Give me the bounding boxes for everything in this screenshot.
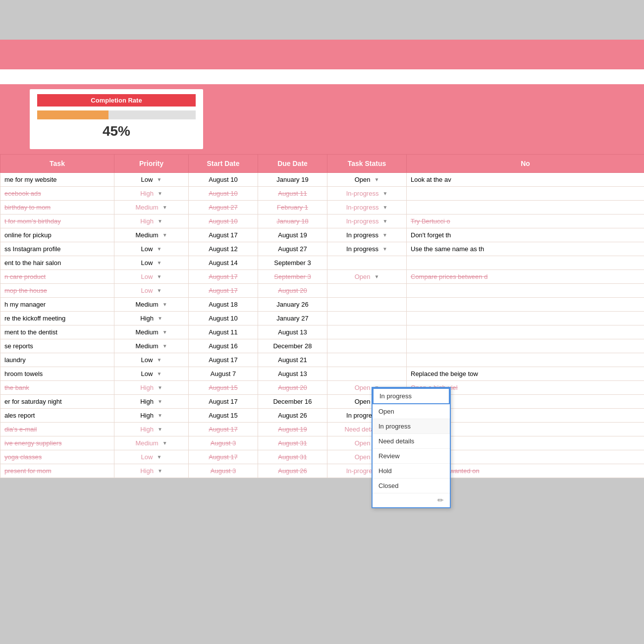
table-row: present for momHigh▼August 3August 26In-… [0, 464, 644, 478]
table-row: er for saturday nightHigh▼August 17Decem… [0, 395, 644, 409]
dropdown-arrow-icon: ▼ [374, 177, 379, 182]
priority-cell[interactable]: High▼ [114, 381, 189, 395]
startdate-cell: August 14 [189, 256, 258, 270]
priority-cell[interactable]: Low▼ [114, 450, 189, 464]
priority-cell[interactable]: Low▼ [114, 353, 189, 367]
priority-cell[interactable]: Low▼ [114, 173, 189, 187]
dropdown-option-inprogress[interactable]: In progress [373, 419, 450, 434]
progress-bar-fill [37, 110, 108, 119]
duedate-cell: August 19 [258, 228, 327, 242]
priority-cell[interactable]: High▼ [114, 312, 189, 325]
completion-percentage: 45% [37, 123, 196, 139]
dropdown-arrow-icon: ▼ [158, 385, 162, 390]
status-cell[interactable]: In progress▼ [327, 242, 407, 256]
status-cell[interactable] [327, 256, 407, 270]
dropdown-arrow-icon: ▼ [158, 468, 162, 474]
status-cell[interactable] [327, 312, 407, 325]
dropdown-option-open[interactable]: Open [373, 404, 450, 419]
priority-cell[interactable]: Medium▼ [114, 325, 189, 339]
dropdown-arrow-icon: ▼ [162, 343, 167, 349]
priority-cell[interactable]: Medium▼ [114, 298, 189, 312]
task-cell: laundry [0, 353, 114, 367]
priority-cell[interactable]: High▼ [114, 423, 189, 436]
table-row: the bankHigh▼August 15August 20Open▼Open… [0, 381, 644, 395]
priority-cell[interactable]: High▼ [114, 464, 189, 478]
header-priority: Priority [114, 155, 189, 173]
dropdown-arrow-icon: ▼ [162, 232, 167, 238]
startdate-cell: August 7 [189, 367, 258, 381]
dropdown-arrow-icon: ▼ [158, 191, 162, 196]
dropdown-option-hold[interactable]: Hold [373, 464, 450, 479]
main-content: Completion Rate 45% Task Priority Sta [0, 84, 644, 644]
status-cell[interactable] [327, 353, 407, 367]
table-row: ss Instagram profileLow▼August 12August … [0, 242, 644, 256]
priority-cell[interactable]: Low▼ [114, 256, 189, 270]
status-cell[interactable]: In-progress▼ [327, 215, 407, 228]
startdate-cell: August 17 [189, 284, 258, 298]
startdate-cell: August 10 [189, 187, 258, 201]
notes-cell [407, 339, 644, 353]
table-row: online for pickupMedium▼August 17August … [0, 228, 644, 242]
status-cell[interactable] [327, 325, 407, 339]
priority-cell[interactable]: Medium▼ [114, 339, 189, 353]
duedate-cell: August 31 [258, 436, 327, 450]
startdate-cell: August 17 [189, 395, 258, 409]
table-row: ment to the dentistMedium▼August 11Augus… [0, 325, 644, 339]
pink-section: Completion Rate 45% [0, 84, 644, 154]
top-pink-bar [0, 40, 644, 69]
status-cell[interactable]: In-progress▼ [327, 201, 407, 215]
priority-cell[interactable]: Medium▼ [114, 436, 189, 450]
priority-cell[interactable]: Medium▼ [114, 201, 189, 215]
dropdown-option-review[interactable]: Review [373, 449, 450, 464]
status-cell[interactable]: Open▼ [327, 270, 407, 284]
dropdown-option-inprogress-selected[interactable]: In progress [373, 388, 450, 404]
priority-cell[interactable]: Medium▼ [114, 228, 189, 242]
status-cell[interactable]: In-progress▼ [327, 187, 407, 201]
startdate-cell: August 27 [189, 201, 258, 215]
task-cell: dia's e-mail [0, 423, 114, 436]
priority-cell[interactable]: High▼ [114, 409, 189, 423]
notes-cell [407, 353, 644, 367]
task-cell: ales report [0, 409, 114, 423]
table-row: t for mom's birthdayHigh▼August 10Januar… [0, 215, 644, 228]
dropdown-option-needdetails[interactable]: Need details [373, 434, 450, 449]
priority-cell[interactable]: Low▼ [114, 367, 189, 381]
priority-cell[interactable]: Low▼ [114, 284, 189, 298]
table-row: dia's e-mailHigh▼August 17August 19Need … [0, 423, 644, 436]
duedate-cell: August 27 [258, 242, 327, 256]
priority-cell[interactable]: High▼ [114, 395, 189, 409]
priority-cell[interactable]: High▼ [114, 187, 189, 201]
priority-cell[interactable]: Low▼ [114, 270, 189, 284]
startdate-cell: August 17 [189, 270, 258, 284]
completion-card: Completion Rate 45% [30, 89, 203, 149]
priority-cell[interactable]: Low▼ [114, 242, 189, 256]
status-cell[interactable] [327, 298, 407, 312]
priority-cell[interactable]: High▼ [114, 215, 189, 228]
table-row: hroom towelsLow▼August 7August 13Replace… [0, 367, 644, 381]
status-cell[interactable]: Open▼ [327, 173, 407, 187]
duedate-cell: August 31 [258, 450, 327, 464]
startdate-cell: August 18 [189, 298, 258, 312]
task-cell: present for mom [0, 464, 114, 478]
duedate-cell: August 13 [258, 367, 327, 381]
dropdown-edit-icon[interactable]: ✏ [373, 493, 450, 507]
status-cell[interactable] [327, 284, 407, 298]
task-cell: h my manager [0, 298, 114, 312]
dropdown-arrow-icon: ▼ [382, 205, 387, 210]
status-cell[interactable] [327, 367, 407, 381]
task-cell: online for pickup [0, 228, 114, 242]
dropdown-arrow-icon: ▼ [162, 302, 167, 307]
startdate-cell: August 10 [189, 215, 258, 228]
startdate-cell: August 3 [189, 436, 258, 450]
startdate-cell: August 10 [189, 312, 258, 325]
table-row: ales reportHigh▼August 15August 26In pro… [0, 409, 644, 423]
status-cell[interactable] [327, 339, 407, 353]
duedate-cell: February 1 [258, 201, 327, 215]
task-cell: re the kickoff meeting [0, 312, 114, 325]
status-cell[interactable]: In progress▼ [327, 228, 407, 242]
startdate-cell: August 10 [189, 173, 258, 187]
task-cell: ment to the dentist [0, 325, 114, 339]
startdate-cell: August 15 [189, 381, 258, 395]
duedate-cell: September 3 [258, 270, 327, 284]
dropdown-option-closed[interactable]: Closed [373, 479, 450, 493]
